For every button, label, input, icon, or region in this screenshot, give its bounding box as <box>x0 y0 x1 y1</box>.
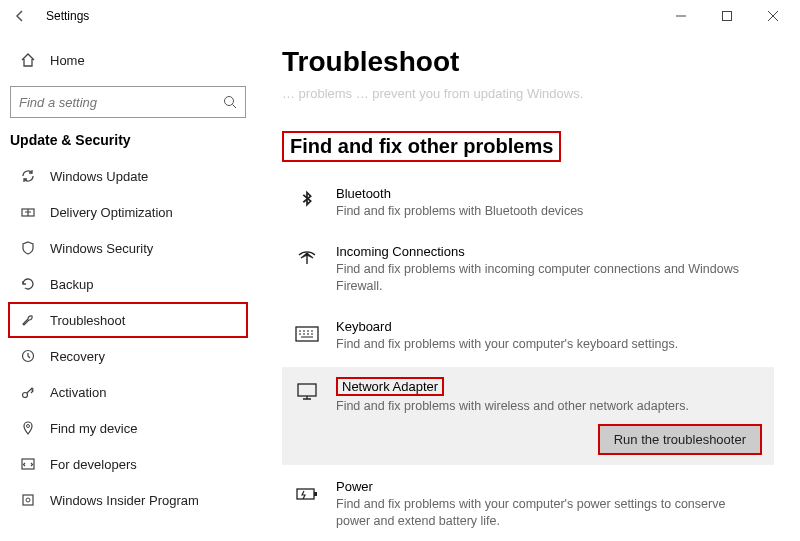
sidebar-item-delivery-optimization[interactable]: Delivery Optimization <box>8 194 248 230</box>
search-input[interactable] <box>19 95 223 110</box>
minimize-icon <box>676 11 686 21</box>
window-controls <box>658 0 796 32</box>
svg-rect-1 <box>723 12 732 21</box>
sync-icon <box>20 168 36 184</box>
sidebar-item-label: Find my device <box>50 421 137 436</box>
ts-desc: Find and fix problems with your computer… <box>336 336 762 353</box>
title-bar: Settings <box>0 0 800 32</box>
backup-icon <box>20 276 36 292</box>
sidebar-item-for-developers[interactable]: For developers <box>8 446 248 482</box>
ts-desc: Find and fix problems with your computer… <box>336 496 762 530</box>
ts-title: Bluetooth <box>336 186 762 201</box>
home-icon <box>20 52 36 68</box>
svg-point-10 <box>26 498 30 502</box>
home-link[interactable]: Home <box>8 42 248 78</box>
svg-point-2 <box>225 97 234 106</box>
sidebar-item-backup[interactable]: Backup <box>8 266 248 302</box>
section-header: Update & Security <box>10 132 238 148</box>
search-box[interactable] <box>10 86 246 118</box>
delivery-icon <box>20 204 36 220</box>
shield-icon <box>20 240 36 256</box>
sidebar-item-label: Delivery Optimization <box>50 205 173 220</box>
svg-point-7 <box>27 425 30 428</box>
sidebar-item-windows-update[interactable]: Windows Update <box>8 158 248 194</box>
close-button[interactable] <box>750 0 796 32</box>
ts-desc: Find and fix problems with Bluetooth dev… <box>336 203 762 220</box>
arrow-left-icon <box>13 9 27 23</box>
ts-title: Incoming Connections <box>336 244 762 259</box>
ts-item-network-adapter[interactable]: Network Adapter Find and fix problems wi… <box>282 367 774 466</box>
ts-item-keyboard[interactable]: Keyboard Find and fix problems with your… <box>282 309 774 363</box>
keyboard-icon <box>294 321 320 347</box>
minimize-button[interactable] <box>658 0 704 32</box>
svg-line-3 <box>233 105 237 109</box>
ts-item-incoming-connections[interactable]: Incoming Connections Find and fix proble… <box>282 234 774 305</box>
sidebar-item-insider[interactable]: Windows Insider Program <box>8 482 248 518</box>
sidebar-item-label: Activation <box>50 385 106 400</box>
recovery-icon <box>20 348 36 364</box>
sidebar-item-label: For developers <box>50 457 137 472</box>
content-area: Troubleshoot … problems … prevent you fr… <box>256 32 800 541</box>
svg-rect-13 <box>297 489 314 499</box>
sidebar-item-troubleshoot[interactable]: Troubleshoot <box>8 302 248 338</box>
incoming-icon <box>294 246 320 272</box>
ts-desc: Find and fix problems with incoming comp… <box>336 261 762 295</box>
run-troubleshooter-button[interactable]: Run the troubleshooter <box>598 424 762 455</box>
ts-title: Keyboard <box>336 319 762 334</box>
app-title: Settings <box>46 9 89 23</box>
close-icon <box>768 11 778 21</box>
sidebar-item-label: Windows Security <box>50 241 153 256</box>
location-icon <box>20 420 36 436</box>
developers-icon <box>20 456 36 472</box>
home-label: Home <box>50 53 85 68</box>
sidebar-item-label: Windows Insider Program <box>50 493 199 508</box>
power-icon <box>294 481 320 507</box>
ts-item-power[interactable]: Power Find and fix problems with your co… <box>282 469 774 540</box>
page-title: Troubleshoot <box>282 46 774 78</box>
svg-point-6 <box>23 393 28 398</box>
maximize-button[interactable] <box>704 0 750 32</box>
sidebar-item-windows-security[interactable]: Windows Security <box>8 230 248 266</box>
ts-item-bluetooth[interactable]: Bluetooth Find and fix problems with Blu… <box>282 176 774 230</box>
maximize-icon <box>722 11 732 21</box>
ts-title: Network Adapter <box>336 377 444 396</box>
network-adapter-icon <box>294 379 320 405</box>
bluetooth-icon <box>294 188 320 214</box>
sidebar-item-activation[interactable]: Activation <box>8 374 248 410</box>
svg-rect-12 <box>298 384 316 396</box>
insider-icon <box>20 492 36 508</box>
wrench-icon <box>20 312 36 328</box>
back-button[interactable] <box>4 0 36 32</box>
subheading: Find and fix other problems <box>282 131 561 162</box>
svg-rect-9 <box>23 495 33 505</box>
sidebar-item-label: Backup <box>50 277 93 292</box>
sidebar-item-find-my-device[interactable]: Find my device <box>8 410 248 446</box>
search-icon <box>223 95 237 109</box>
sidebar-item-label: Windows Update <box>50 169 148 184</box>
faded-text: … problems … prevent you from updating W… <box>282 86 774 101</box>
ts-title: Power <box>336 479 762 494</box>
sidebar-item-recovery[interactable]: Recovery <box>8 338 248 374</box>
sidebar: Home Update & Security Windows Update De… <box>0 32 256 541</box>
ts-desc: Find and fix problems with wireless and … <box>336 398 762 415</box>
sidebar-item-label: Recovery <box>50 349 105 364</box>
svg-rect-14 <box>314 492 317 496</box>
sidebar-item-label: Troubleshoot <box>50 313 125 328</box>
key-icon <box>20 384 36 400</box>
